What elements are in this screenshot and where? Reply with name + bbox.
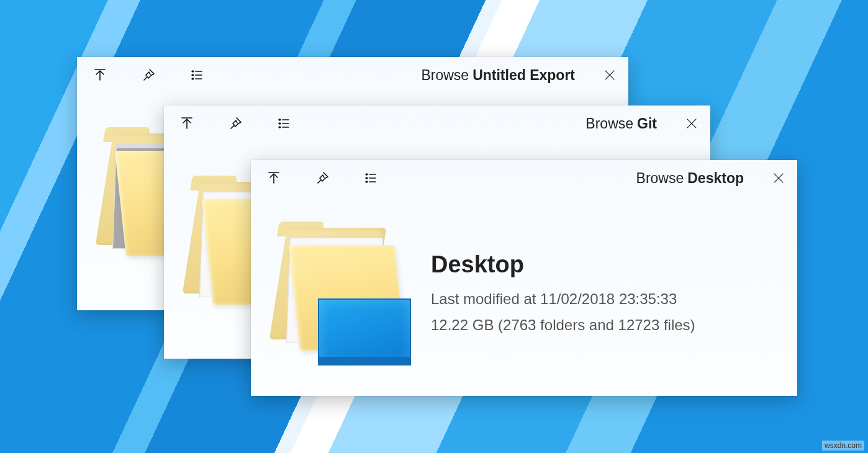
titlebar: Browse Git [164,105,710,141]
window-title: Browse Git [585,115,657,132]
folder-info: Desktop Last modified at 11/02/2018 23:3… [431,251,695,334]
desktop-monitor-icon [318,298,411,364]
titlebar: Browse Untitled Export [77,57,628,93]
folder-stats: 12.22 GB (2763 folders and 12723 files) [431,316,695,334]
pin-icon[interactable] [313,169,332,187]
list-settings-icon[interactable] [188,66,206,84]
browse-label: Browse [636,170,684,187]
watermark: wsxdn.com [822,441,864,451]
window-title: Browse Desktop [636,170,744,187]
svg-point-1 [192,74,194,76]
svg-point-0 [192,71,194,72]
browse-label: Browse [421,67,469,84]
folder-modified: Last modified at 11/02/2018 23:35:33 [431,290,695,308]
window-title: Browse Untitled Export [421,67,575,84]
up-arrow-icon[interactable] [91,66,109,84]
close-icon[interactable] [766,166,791,191]
close-icon[interactable] [597,63,622,87]
browse-target: Git [637,115,657,132]
svg-point-6 [366,174,368,175]
browse-target: Untitled Export [472,67,575,84]
titlebar-actions [257,169,380,187]
svg-point-8 [366,181,368,182]
up-arrow-icon[interactable] [178,114,196,133]
pin-icon[interactable] [139,66,158,84]
list-settings-icon[interactable] [361,169,380,187]
browse-label: Browse [585,115,633,132]
desktop-folder-icon [269,224,406,361]
close-icon[interactable] [679,111,704,136]
svg-point-4 [279,123,281,124]
preview-window-3: Browse Desktop Desktop Last modified at … [251,160,797,396]
list-settings-icon[interactable] [274,114,293,133]
svg-point-7 [366,177,368,179]
svg-point-5 [279,127,281,128]
svg-point-3 [279,119,281,120]
pin-icon[interactable] [226,114,245,133]
titlebar: Browse Desktop [251,160,797,196]
titlebar-actions [170,114,293,133]
up-arrow-icon[interactable] [264,169,283,187]
titlebar-actions [83,66,206,84]
svg-point-2 [192,78,194,79]
browse-target: Desktop [687,170,744,187]
folder-name: Desktop [431,251,695,278]
window-content: Desktop Last modified at 11/02/2018 23:3… [251,196,797,396]
